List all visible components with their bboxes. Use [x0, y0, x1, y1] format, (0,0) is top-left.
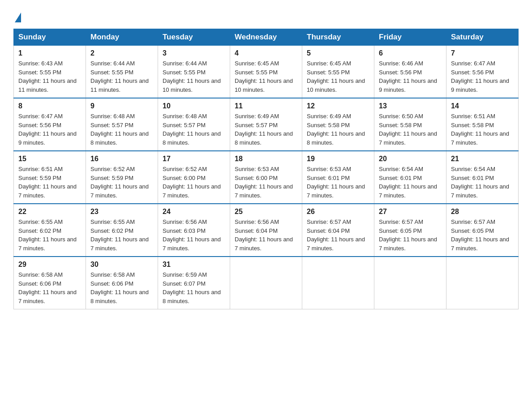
day-number: 1: [18, 49, 81, 57]
page-header: [13, 9, 519, 21]
day-cell: 26Sunrise: 6:57 AMSunset: 6:04 PMDayligh…: [302, 204, 374, 257]
day-info: Sunrise: 6:44 AMSunset: 5:55 PMDaylight:…: [90, 59, 153, 94]
day-number: 21: [451, 155, 514, 163]
day-cell: 12Sunrise: 6:49 AMSunset: 5:58 PMDayligh…: [302, 98, 374, 151]
day-number: 12: [307, 102, 369, 110]
weekday-header-wednesday: Wednesday: [230, 29, 302, 46]
day-info: Sunrise: 6:52 AMSunset: 5:59 PMDaylight:…: [90, 165, 153, 200]
week-row-1: 1Sunrise: 6:43 AMSunset: 5:55 PMDaylight…: [14, 46, 519, 98]
day-number: 27: [379, 208, 442, 216]
day-number: 15: [18, 155, 81, 163]
day-cell: 3Sunrise: 6:44 AMSunset: 5:55 PMDaylight…: [158, 46, 230, 98]
day-cell: 25Sunrise: 6:56 AMSunset: 6:04 PMDayligh…: [230, 204, 302, 257]
day-cell: 20Sunrise: 6:54 AMSunset: 6:01 PMDayligh…: [374, 151, 446, 204]
day-cell: 19Sunrise: 6:53 AMSunset: 6:01 PMDayligh…: [302, 151, 374, 204]
weekday-header-tuesday: Tuesday: [158, 29, 230, 46]
weekday-header-sunday: Sunday: [14, 29, 86, 46]
day-info: Sunrise: 6:58 AMSunset: 6:06 PMDaylight:…: [90, 270, 153, 305]
day-info: Sunrise: 6:54 AMSunset: 6:01 PMDaylight:…: [379, 165, 442, 200]
day-info: Sunrise: 6:47 AMSunset: 5:56 PMDaylight:…: [18, 112, 81, 147]
day-info: Sunrise: 6:57 AMSunset: 6:05 PMDaylight:…: [451, 218, 514, 253]
day-info: Sunrise: 6:53 AMSunset: 6:01 PMDaylight:…: [307, 165, 369, 200]
day-cell: 17Sunrise: 6:52 AMSunset: 6:00 PMDayligh…: [158, 151, 230, 204]
day-cell: 11Sunrise: 6:49 AMSunset: 5:57 PMDayligh…: [230, 98, 302, 151]
day-number: 8: [18, 102, 81, 110]
day-info: Sunrise: 6:56 AMSunset: 6:04 PMDaylight:…: [235, 218, 297, 253]
day-number: 3: [163, 49, 225, 57]
day-info: Sunrise: 6:51 AMSunset: 5:59 PMDaylight:…: [18, 165, 81, 200]
day-info: Sunrise: 6:57 AMSunset: 6:05 PMDaylight:…: [379, 218, 442, 253]
week-row-2: 8Sunrise: 6:47 AMSunset: 5:56 PMDaylight…: [14, 98, 519, 151]
day-number: 11: [235, 102, 297, 110]
day-number: 28: [451, 208, 514, 216]
day-info: Sunrise: 6:50 AMSunset: 5:58 PMDaylight:…: [379, 112, 442, 147]
day-info: Sunrise: 6:46 AMSunset: 5:56 PMDaylight:…: [379, 59, 442, 94]
day-cell: 1Sunrise: 6:43 AMSunset: 5:55 PMDaylight…: [14, 46, 86, 98]
day-info: Sunrise: 6:59 AMSunset: 6:07 PMDaylight:…: [163, 270, 225, 305]
day-info: Sunrise: 6:48 AMSunset: 5:57 PMDaylight:…: [163, 112, 225, 147]
weekday-header-row: SundayMondayTuesdayWednesdayThursdayFrid…: [14, 29, 519, 46]
day-number: 18: [235, 155, 297, 163]
day-info: Sunrise: 6:52 AMSunset: 6:00 PMDaylight:…: [163, 165, 225, 200]
week-row-5: 29Sunrise: 6:58 AMSunset: 6:06 PMDayligh…: [14, 257, 519, 309]
day-info: Sunrise: 6:45 AMSunset: 5:55 PMDaylight:…: [235, 59, 297, 94]
day-cell: 6Sunrise: 6:46 AMSunset: 5:56 PMDaylight…: [374, 46, 446, 98]
day-number: 10: [163, 102, 225, 110]
day-cell: 28Sunrise: 6:57 AMSunset: 6:05 PMDayligh…: [446, 204, 519, 257]
day-cell: 4Sunrise: 6:45 AMSunset: 5:55 PMDaylight…: [230, 46, 302, 98]
day-cell: 22Sunrise: 6:55 AMSunset: 6:02 PMDayligh…: [14, 204, 86, 257]
day-info: Sunrise: 6:54 AMSunset: 6:01 PMDaylight:…: [451, 165, 514, 200]
day-number: 6: [379, 49, 442, 57]
weekday-header-friday: Friday: [374, 29, 446, 46]
day-number: 7: [451, 49, 514, 57]
day-cell: 16Sunrise: 6:52 AMSunset: 5:59 PMDayligh…: [86, 151, 158, 204]
day-cell: 31Sunrise: 6:59 AMSunset: 6:07 PMDayligh…: [158, 257, 230, 309]
day-cell: 10Sunrise: 6:48 AMSunset: 5:57 PMDayligh…: [158, 98, 230, 151]
logo: [13, 13, 21, 21]
day-number: 23: [90, 208, 153, 216]
day-number: 22: [18, 208, 81, 216]
day-info: Sunrise: 6:48 AMSunset: 5:57 PMDaylight:…: [90, 112, 153, 147]
day-number: 24: [163, 208, 225, 216]
week-row-3: 15Sunrise: 6:51 AMSunset: 5:59 PMDayligh…: [14, 151, 519, 204]
day-info: Sunrise: 6:47 AMSunset: 5:56 PMDaylight:…: [451, 59, 514, 94]
day-number: 14: [451, 102, 514, 110]
day-info: Sunrise: 6:51 AMSunset: 5:58 PMDaylight:…: [451, 112, 514, 147]
day-cell: [374, 257, 446, 309]
day-cell: [446, 257, 519, 309]
weekday-header-saturday: Saturday: [446, 29, 519, 46]
day-cell: 15Sunrise: 6:51 AMSunset: 5:59 PMDayligh…: [14, 151, 86, 204]
day-info: Sunrise: 6:43 AMSunset: 5:55 PMDaylight:…: [18, 59, 81, 94]
day-info: Sunrise: 6:55 AMSunset: 6:02 PMDaylight:…: [18, 218, 81, 253]
day-info: Sunrise: 6:45 AMSunset: 5:55 PMDaylight:…: [307, 59, 369, 94]
day-info: Sunrise: 6:57 AMSunset: 6:04 PMDaylight:…: [307, 218, 369, 253]
day-cell: 23Sunrise: 6:55 AMSunset: 6:02 PMDayligh…: [86, 204, 158, 257]
calendar-table: SundayMondayTuesdayWednesdayThursdayFrid…: [13, 29, 519, 309]
day-cell: 2Sunrise: 6:44 AMSunset: 5:55 PMDaylight…: [86, 46, 158, 98]
day-number: 29: [18, 261, 81, 269]
day-info: Sunrise: 6:58 AMSunset: 6:06 PMDaylight:…: [18, 270, 81, 305]
day-cell: 13Sunrise: 6:50 AMSunset: 5:58 PMDayligh…: [374, 98, 446, 151]
day-cell: 27Sunrise: 6:57 AMSunset: 6:05 PMDayligh…: [374, 204, 446, 257]
day-cell: 30Sunrise: 6:58 AMSunset: 6:06 PMDayligh…: [86, 257, 158, 309]
day-number: 9: [90, 102, 153, 110]
day-cell: 14Sunrise: 6:51 AMSunset: 5:58 PMDayligh…: [446, 98, 519, 151]
day-info: Sunrise: 6:49 AMSunset: 5:57 PMDaylight:…: [235, 112, 297, 147]
day-number: 16: [90, 155, 153, 163]
day-info: Sunrise: 6:53 AMSunset: 6:00 PMDaylight:…: [235, 165, 297, 200]
day-cell: 29Sunrise: 6:58 AMSunset: 6:06 PMDayligh…: [14, 257, 86, 309]
day-number: 5: [307, 49, 369, 57]
day-cell: 7Sunrise: 6:47 AMSunset: 5:56 PMDaylight…: [446, 46, 519, 98]
day-cell: 8Sunrise: 6:47 AMSunset: 5:56 PMDaylight…: [14, 98, 86, 151]
day-number: 20: [379, 155, 442, 163]
day-number: 19: [307, 155, 369, 163]
day-info: Sunrise: 6:55 AMSunset: 6:02 PMDaylight:…: [90, 218, 153, 253]
day-number: 2: [90, 49, 153, 57]
day-info: Sunrise: 6:49 AMSunset: 5:58 PMDaylight:…: [307, 112, 369, 147]
week-row-4: 22Sunrise: 6:55 AMSunset: 6:02 PMDayligh…: [14, 204, 519, 257]
day-cell: 18Sunrise: 6:53 AMSunset: 6:00 PMDayligh…: [230, 151, 302, 204]
day-cell: 21Sunrise: 6:54 AMSunset: 6:01 PMDayligh…: [446, 151, 519, 204]
day-number: 25: [235, 208, 297, 216]
day-info: Sunrise: 6:56 AMSunset: 6:03 PMDaylight:…: [163, 218, 225, 253]
day-number: 13: [379, 102, 442, 110]
